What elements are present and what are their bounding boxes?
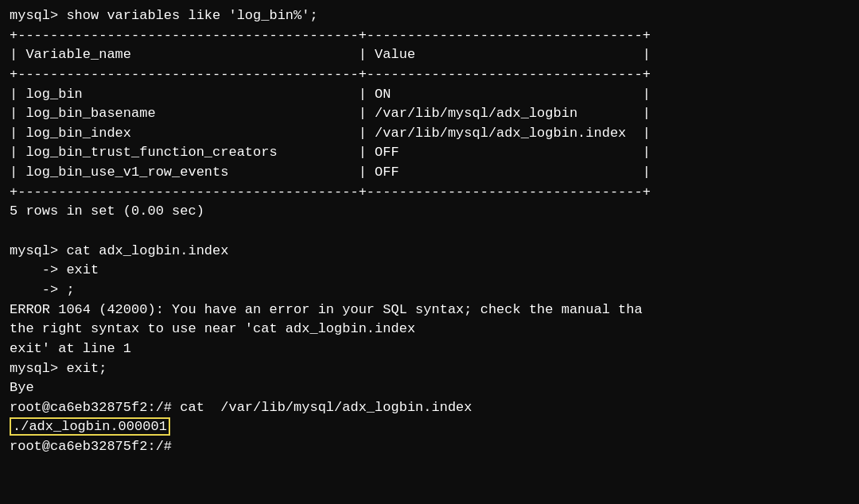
line-row1: | log_bin | ON | [10, 85, 849, 105]
line-error2: the right syntax to use near 'cat adx_lo… [10, 320, 849, 339]
line-shell2: root@ca6eb32875f2:/# [10, 437, 849, 457]
line-border2: +---------------------------------------… [10, 65, 849, 85]
line-row2: | log_bin_basename | /var/lib/mysql/adx_… [10, 104, 849, 124]
terminal-window: mysql> show variables like 'log_bin%'; +… [10, 6, 849, 498]
line-border3: +---------------------------------------… [10, 183, 849, 203]
line-row5: | log_bin_use_v1_row_events | OFF | [10, 163, 849, 183]
line-cmd2b: -> ; [10, 281, 849, 300]
highlighted-result: ./adx_logbin.000001 [10, 417, 170, 436]
line-result1: ./adx_logbin.000001 [10, 417, 849, 437]
line-cmd2a: -> exit [10, 261, 849, 281]
line-cmd2: mysql> cat adx_logbin.index [10, 242, 849, 262]
line-cmd1: mysql> show variables like 'log_bin%'; [10, 6, 849, 26]
line-header: | Variable_name | Value | [10, 45, 849, 65]
line-error3: exit' at line 1 [10, 339, 849, 359]
line-shell1: root@ca6eb32875f2:/# cat /var/lib/mysql/… [10, 398, 849, 418]
line-error1: ERROR 1064 (42000): You have an error in… [10, 300, 849, 320]
line-border1: +---------------------------------------… [10, 26, 849, 46]
line-bye: Bye [10, 378, 849, 398]
line-row4: | log_bin_trust_function_creators | OFF … [10, 143, 849, 163]
line-rowcount: 5 rows in set (0.00 sec) [10, 202, 849, 222]
line-row3: | log_bin_index | /var/lib/mysql/adx_log… [10, 124, 849, 144]
line-blank1 [10, 222, 849, 242]
line-cmd3: mysql> exit; [10, 359, 849, 379]
